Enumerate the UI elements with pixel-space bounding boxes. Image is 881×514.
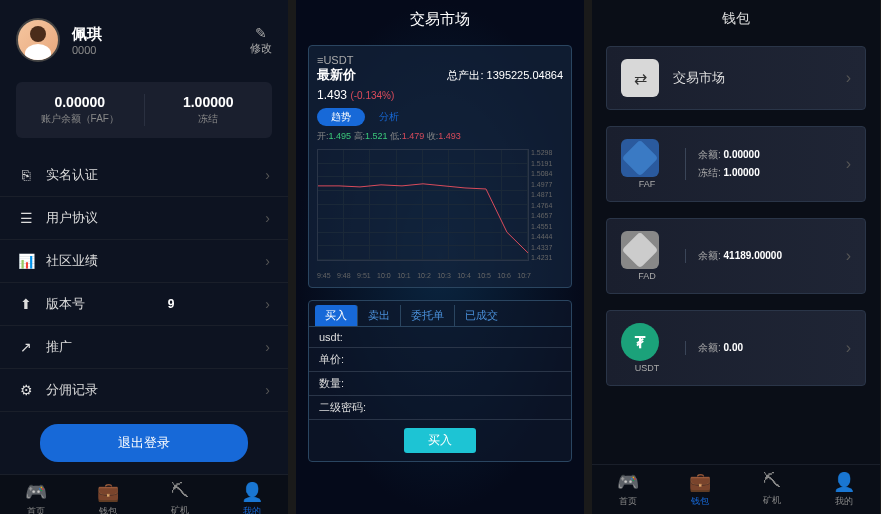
wallet-icon: 💼 bbox=[72, 481, 144, 503]
wallet-coin-fad[interactable]: FAD 余额: 41189.00000 › bbox=[606, 218, 866, 294]
chevron-right-icon: › bbox=[265, 167, 270, 183]
nav-miner[interactable]: ⛏矿机 bbox=[736, 471, 808, 508]
avatar[interactable] bbox=[16, 18, 60, 62]
chevron-right-icon: › bbox=[846, 247, 851, 265]
miner-icon: ⛏ bbox=[144, 481, 216, 502]
menu-item-commission[interactable]: ⚙分佣记录› bbox=[0, 369, 288, 412]
menu-item-community[interactable]: 📊社区业绩› bbox=[0, 240, 288, 283]
tab-trend[interactable]: 趋势 bbox=[317, 108, 365, 126]
home-icon: 🎮 bbox=[0, 481, 72, 503]
exchange-icon: ⇄ bbox=[621, 59, 659, 97]
nav-home[interactable]: 🎮首页 bbox=[592, 471, 664, 508]
fad-icon bbox=[621, 231, 659, 269]
balance-diamond-value: 1.00000 bbox=[145, 94, 273, 110]
user-icon: 👤 bbox=[808, 471, 880, 493]
usdt-balance: 0.00 bbox=[724, 342, 743, 353]
home-icon: 🎮 bbox=[592, 471, 664, 493]
nav-wallet[interactable]: 💼钱包 bbox=[72, 481, 144, 514]
wallet-coin-usdt[interactable]: ₮ USDT 余额: 0.00 › bbox=[606, 310, 866, 386]
order-card: 买入 卖出 委托单 已成交 usdt: 单价: 数量: 二级密码: 买入 bbox=[308, 300, 572, 462]
menu-item-agreement[interactable]: ☰用户协议› bbox=[0, 197, 288, 240]
balance-faf-value: 0.00000 bbox=[16, 94, 144, 110]
qty-input[interactable] bbox=[375, 378, 561, 390]
password-input[interactable] bbox=[375, 402, 561, 414]
edit-profile-button[interactable]: ✎ 修改 bbox=[250, 25, 272, 56]
miner-icon: ⛏ bbox=[736, 471, 808, 492]
menu-item-verify[interactable]: ⎘实名认证› bbox=[0, 154, 288, 197]
profile-menu: ⎘实名认证› ☰用户协议› 📊社区业绩› ⬆版本号9› ↗推广› ⚙分佣记录› … bbox=[0, 154, 288, 474]
usdt-icon: ₮ bbox=[621, 323, 659, 361]
faf-icon bbox=[621, 139, 659, 177]
tab-sell[interactable]: 卖出 bbox=[358, 305, 401, 326]
ohlc-row: 开:1.495 高:1.521 低:1.479 收:1.493 bbox=[317, 130, 563, 143]
bottom-nav: 🎮首页 💼钱包 ⛏矿机 👤我的 bbox=[592, 464, 880, 514]
trading-pair: ≡USDT bbox=[317, 54, 353, 66]
faf-balance: 0.00000 bbox=[724, 149, 760, 160]
doc-icon: ☰ bbox=[18, 210, 34, 226]
price-chart: 1.52981.51911.50841.49771.48711.47641.46… bbox=[317, 149, 563, 279]
menu-item-version[interactable]: ⬆版本号9› bbox=[0, 283, 288, 326]
chevron-right-icon: › bbox=[265, 296, 270, 312]
balance-faf-label: 账户余额（FAF） bbox=[16, 112, 144, 126]
nav-miner[interactable]: ⛏矿机 bbox=[144, 481, 216, 514]
chevron-right-icon: › bbox=[846, 69, 851, 87]
chart-card: ≡USDT 最新价 总产出: 1395225.04864 1.493 (-0.1… bbox=[308, 45, 572, 288]
share-icon: ↗ bbox=[18, 339, 34, 355]
menu-item-share[interactable]: ↗推广› bbox=[0, 326, 288, 369]
tab-filled[interactable]: 已成交 bbox=[455, 305, 508, 326]
chart-icon: 📊 bbox=[18, 253, 34, 269]
wallet-icon: 💼 bbox=[664, 471, 736, 493]
nav-me[interactable]: 👤我的 bbox=[808, 471, 880, 508]
user-id: 0000 bbox=[72, 44, 102, 56]
version-badge: 9 bbox=[168, 297, 175, 311]
wallet-coin-faf[interactable]: FAF 余额: 0.00000 冻结: 1.00000 › bbox=[606, 126, 866, 202]
nav-home[interactable]: 🎮首页 bbox=[0, 481, 72, 514]
page-title: 钱包 bbox=[592, 0, 880, 38]
commission-icon: ⚙ bbox=[18, 382, 34, 398]
total-output: 1395225.04864 bbox=[487, 69, 563, 81]
usdt-input[interactable] bbox=[375, 331, 561, 343]
faf-frozen: 1.00000 bbox=[724, 167, 760, 178]
user-icon: 👤 bbox=[216, 481, 288, 503]
price-input[interactable] bbox=[375, 354, 561, 366]
username: 佩琪 bbox=[72, 25, 102, 44]
chevron-right-icon: › bbox=[846, 339, 851, 357]
latest-price-label: 最新价 bbox=[317, 66, 356, 84]
chevron-right-icon: › bbox=[846, 155, 851, 173]
current-price: 1.493 bbox=[317, 88, 347, 102]
chevron-right-icon: › bbox=[265, 210, 270, 226]
wallet-market-row[interactable]: ⇄ 交易市场 › bbox=[606, 46, 866, 110]
nav-me[interactable]: 👤我的 bbox=[216, 481, 288, 514]
tab-buy[interactable]: 买入 bbox=[315, 305, 358, 326]
tab-orders[interactable]: 委托单 bbox=[401, 305, 455, 326]
id-icon: ⎘ bbox=[18, 167, 34, 183]
page-title: 交易市场 bbox=[296, 0, 584, 39]
nav-wallet[interactable]: 💼钱包 bbox=[664, 471, 736, 508]
chevron-right-icon: › bbox=[265, 382, 270, 398]
fad-balance: 41189.00000 bbox=[724, 250, 782, 261]
bottom-nav: 🎮首页 💼钱包 ⛏矿机 👤我的 bbox=[0, 474, 288, 514]
buy-button[interactable]: 买入 bbox=[404, 428, 476, 453]
balance-diamond-label: 冻结 bbox=[145, 112, 273, 126]
logout-button[interactable]: 退出登录 bbox=[40, 424, 248, 462]
edit-icon: ✎ bbox=[250, 25, 272, 41]
version-icon: ⬆ bbox=[18, 296, 34, 312]
chevron-right-icon: › bbox=[265, 253, 270, 269]
chevron-right-icon: › bbox=[265, 339, 270, 355]
tab-analysis[interactable]: 分析 bbox=[365, 108, 413, 126]
price-change-pct: (-0.134%) bbox=[350, 90, 394, 101]
balance-row: 0.00000 账户余额（FAF） 1.00000 冻结 bbox=[16, 82, 272, 138]
